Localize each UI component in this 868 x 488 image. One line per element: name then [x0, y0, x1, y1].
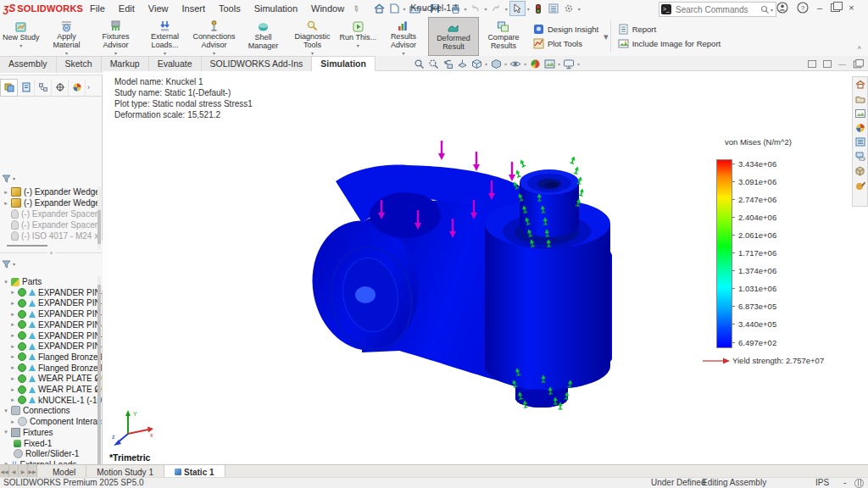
ribbon-collapse-button[interactable]: ^	[858, 45, 861, 53]
section-view-icon[interactable]	[456, 58, 468, 69]
search-icon[interactable]	[760, 5, 770, 14]
3dexperience-status-icon[interactable]	[854, 479, 864, 488]
undo-button[interactable]	[469, 2, 483, 15]
tree-filter-2[interactable]: ▾	[2, 258, 100, 269]
design-library-icon[interactable]	[854, 92, 866, 105]
hide-show-items-icon[interactable]	[509, 58, 521, 69]
settings-gear-icon[interactable]	[562, 2, 576, 15]
compare-results-button[interactable]: Compare Results	[479, 17, 528, 56]
home-tab-icon[interactable]	[854, 78, 866, 91]
study-item-roller-slider[interactable]: Roller/Slider-1	[0, 448, 103, 459]
tab-solidworks-add-ins[interactable]: SOLIDWORKS Add-Ins	[202, 56, 313, 73]
3d-content-icon[interactable]	[854, 164, 866, 177]
view-palette-icon[interactable]	[854, 107, 866, 119]
pin-icon[interactable]: ✎	[351, 3, 362, 14]
display-style-icon[interactable]	[490, 58, 502, 69]
viewport-single-icon[interactable]	[823, 60, 832, 68]
study-item-flanged-bronze[interactable]: ▸ Flanged Bronze B	[0, 363, 103, 374]
study-item-connections[interactable]: ▾ Connections	[0, 405, 103, 416]
dimxpertmanager-tab[interactable]	[52, 80, 69, 96]
select-tool-button[interactable]	[509, 1, 526, 16]
displaymanager-tab[interactable]	[69, 80, 86, 96]
view-orientation-icon[interactable]	[470, 58, 482, 69]
menu-simulation[interactable]: Simulation	[248, 2, 304, 15]
tree-item-expander-wedge-1[interactable]: ▸ (-) Expander Wedge	[0, 186, 103, 197]
tab-assembly[interactable]: Assembly	[0, 56, 57, 73]
study-item-wear-plate[interactable]: ▸ WEAR PLATE Ø6	[0, 384, 103, 395]
menu-window[interactable]: Window	[304, 2, 351, 15]
diagnostic-tools-button[interactable]: Diagnostic Tools▾	[288, 17, 337, 56]
study-item-expander-pin[interactable]: ▸ EXPANDER PIN-1	[0, 308, 103, 319]
tree-filter-1[interactable]: ▾	[2, 173, 100, 184]
apply-material-button[interactable]: Apply Material▾	[42, 17, 92, 56]
options-list-icon[interactable]	[547, 2, 561, 15]
menu-edit[interactable]: Edit	[112, 2, 142, 15]
study-item-expander-pin[interactable]: ▸ EXPANDER PIN-2	[0, 341, 103, 352]
first-tab-button[interactable]: ◀◀	[0, 465, 9, 478]
new-study-button[interactable]: New Study▾	[0, 17, 42, 56]
study-item-expander-pin[interactable]: ▸ EXPANDER PIN-2	[0, 319, 103, 330]
menu-tools[interactable]: Tools	[212, 2, 248, 15]
last-tab-button[interactable]: ▶▶	[28, 465, 37, 478]
tab-markup[interactable]: Markup	[102, 56, 149, 73]
zoom-to-fit-icon[interactable]	[413, 58, 425, 69]
static-study-tab[interactable]: Static 1	[164, 465, 225, 478]
tree-item-expander-spacer-1[interactable]: (-) Expander Spacer-	[0, 208, 103, 219]
panel-tabs-overflow-chevron[interactable]: ›	[87, 83, 90, 92]
menu-file[interactable]: File	[83, 2, 112, 15]
home-button[interactable]	[372, 2, 387, 15]
configurationmanager-tab[interactable]	[35, 80, 52, 96]
plot-tools-button[interactable]: Plot Tools	[533, 38, 598, 49]
tab-evaluate[interactable]: Evaluate	[149, 56, 202, 73]
apply-scene-icon[interactable]	[543, 58, 555, 69]
include-image-button[interactable]: Include Image for Report	[618, 38, 721, 49]
shell-manager-button[interactable]: Shell Manager	[239, 17, 288, 56]
doc-minimize-button[interactable]: —	[838, 60, 846, 69]
new-document-button[interactable]	[387, 2, 402, 15]
edit-appearance-icon[interactable]	[529, 58, 541, 69]
search-input[interactable]	[674, 4, 760, 15]
featuremanager-tree-tab[interactable]	[0, 79, 18, 97]
interference-check-icon[interactable]	[531, 2, 546, 15]
tree1-scrollbar[interactable]	[97, 210, 101, 244]
prev-tab-button[interactable]: ◀	[9, 465, 19, 478]
status-units[interactable]: IPS	[815, 478, 829, 487]
design-insight-button[interactable]: Design Insight	[533, 24, 598, 35]
menu-view[interactable]: View	[142, 2, 175, 15]
study-item-fixed[interactable]: Fixed-1	[0, 438, 103, 449]
results-advisor-button[interactable]: Results Advisor▾	[379, 17, 428, 56]
tree-item-iso-4017[interactable]: (-) ISO 4017 - M24 x	[0, 230, 103, 241]
restore-button[interactable]	[831, 3, 840, 12]
next-tab-button[interactable]: ▶	[19, 465, 28, 478]
viewport-layout-icon[interactable]	[808, 60, 816, 68]
doc-restore-button[interactable]	[854, 60, 861, 68]
tree-item-expander-spacer-2[interactable]: (-) Expander Spacer-	[0, 219, 103, 230]
external-loads-button[interactable]: External Loads...▾	[141, 17, 190, 56]
rollback-bar[interactable]	[7, 245, 47, 247]
study-item-component-interaction[interactable]: ▸ Component Interacti	[0, 416, 103, 427]
study-item-parts[interactable]: ▾ Parts	[0, 276, 103, 287]
appearances-scenes-icon[interactable]	[854, 121, 866, 134]
panel-splitter[interactable]	[0, 250, 102, 256]
zoom-to-area-icon[interactable]	[427, 58, 439, 69]
study-item-fixtures[interactable]: ▾ Fixtures	[0, 427, 103, 438]
report-button[interactable]: Report	[618, 24, 721, 35]
study-item-wear-plate[interactable]: ▸ WEAR PLATE Ø6	[0, 373, 103, 384]
study-item-expander-pin[interactable]: ▸ EXPANDER PIN-2	[0, 330, 103, 341]
tab-sketch[interactable]: Sketch	[57, 56, 102, 73]
tree2-scrollbar[interactable]	[97, 285, 101, 465]
study-item-knuckel[interactable]: ▸ kNUCKEL-1 (-10	[0, 395, 103, 406]
study-item-expander-pin[interactable]: ▸ EXPANDER PIN-1	[0, 287, 103, 298]
connections-advisor-button[interactable]: Connections Advisor▾	[190, 17, 239, 56]
previous-view-icon[interactable]	[442, 58, 453, 69]
close-button[interactable]: ×	[849, 3, 854, 13]
menu-insert[interactable]: Insert	[175, 2, 212, 15]
study-item-flanged-bronze[interactable]: ▸ Flanged Bronze B	[0, 352, 103, 363]
graphics-area[interactable]: Model name: Knuckel 1Study name: Static …	[103, 71, 854, 464]
appearance-brush-icon[interactable]	[854, 179, 866, 191]
forum-icon[interactable]	[854, 150, 866, 163]
user-account-icon[interactable]	[776, 2, 788, 14]
search-commands-box[interactable]: >_ ▾	[659, 2, 776, 17]
deformed-result-button[interactable]: Deformed Result	[428, 17, 479, 56]
model-tab[interactable]: Model	[42, 465, 86, 478]
